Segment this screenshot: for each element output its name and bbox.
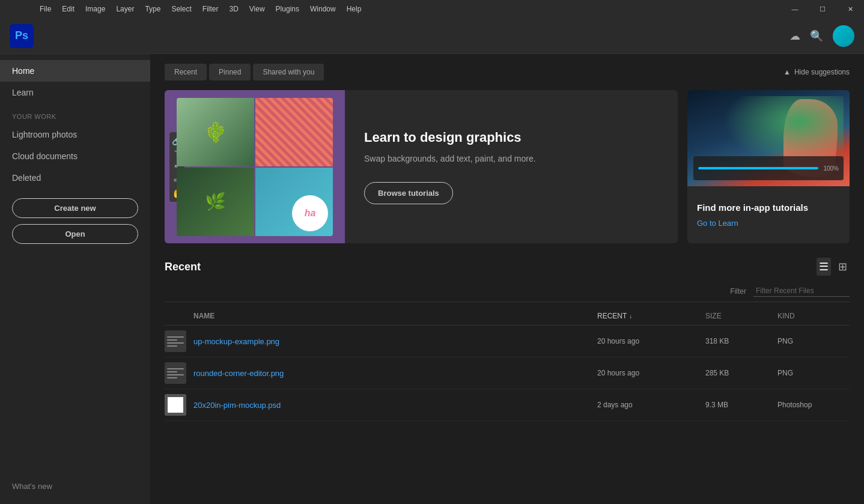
minimize-button[interactable]: — bbox=[781, 0, 809, 18]
tutorials-card-body: Find more in-app tutorials Go to Learn bbox=[687, 186, 850, 243]
table-row[interactable]: rounded-corner-editor.png 20 hours ago 2… bbox=[165, 357, 850, 389]
menu-filter[interactable]: Filter bbox=[198, 4, 224, 14]
sidebar-bottom: What's new bbox=[0, 469, 150, 504]
thumb-line bbox=[167, 342, 184, 344]
tutorial-description: Swap backgrounds, add text, paint, and m… bbox=[364, 153, 659, 165]
file-thumbnail-3 bbox=[165, 394, 186, 416]
thumb-line bbox=[167, 371, 177, 372]
table-row[interactable]: 20x20in-pim-mockup.psd 2 days ago 9.3 MB… bbox=[165, 389, 850, 421]
tutorial-card: 🔗 T ↖ ✏ ✋ 🌵 🌿 bbox=[165, 90, 678, 243]
menu-file[interactable]: File bbox=[35, 4, 56, 14]
table-header: NAME RECENT ↓ SIZE KIND bbox=[165, 307, 850, 326]
sort-arrow-icon: ↓ bbox=[629, 313, 632, 320]
create-new-button[interactable]: Create new bbox=[12, 198, 138, 218]
thumb-line bbox=[167, 336, 184, 338]
collage-cell-4: ha bbox=[255, 168, 333, 236]
thumb-lines-1 bbox=[165, 334, 186, 349]
sidebar-item-home[interactable]: Home bbox=[0, 60, 150, 82]
thumb-line bbox=[167, 339, 177, 341]
file-size-3: 9.3 MB bbox=[705, 401, 777, 409]
grid-view-toggle[interactable]: ⊞ bbox=[836, 258, 850, 276]
filter-label: Filter bbox=[730, 287, 746, 296]
filter-input[interactable] bbox=[753, 285, 850, 297]
menu-layer[interactable]: Layer bbox=[111, 4, 139, 14]
menu-3d[interactable]: 3D bbox=[224, 4, 243, 14]
sidebar-item-lightroom[interactable]: Lightroom photos bbox=[0, 124, 150, 145]
file-size-1: 318 KB bbox=[705, 337, 777, 345]
file-recent-3: 2 days ago bbox=[597, 401, 705, 409]
cloud-icon[interactable]: ☁ bbox=[789, 29, 800, 43]
hide-suggestions-button[interactable]: ▲ Hide suggestions bbox=[783, 68, 850, 76]
browse-tutorials-button[interactable]: Browse tutorials bbox=[364, 182, 453, 204]
suggestion-cards: 🔗 T ↖ ✏ ✋ 🌵 🌿 bbox=[165, 90, 850, 243]
tutorial-preview-image: 🌵 🌿 ha bbox=[177, 98, 333, 236]
col-header-kind: KIND bbox=[777, 312, 850, 320]
col-header-size: SIZE bbox=[705, 312, 777, 320]
window-controls: — ☐ ✕ bbox=[781, 0, 864, 18]
recent-section: Recent ☰ ⊞ Filter NAME RECENT ↓ bbox=[165, 258, 850, 421]
table-row[interactable]: up-mockup-example.png 20 hours ago 318 K… bbox=[165, 326, 850, 357]
tutorials-overlay: 100% bbox=[693, 156, 844, 180]
collage-cell-3: 🌿 bbox=[177, 168, 254, 236]
titlebar: File Edit Image Layer Type Select Filter… bbox=[0, 0, 864, 18]
collage-cell-1: 🌵 bbox=[177, 98, 254, 166]
menu-window[interactable]: Window bbox=[305, 4, 341, 14]
thumb-white-3 bbox=[168, 397, 183, 412]
menu-edit[interactable]: Edit bbox=[57, 4, 79, 14]
tab-recent[interactable]: Recent bbox=[165, 64, 207, 80]
header-right: ☁ 🔍 bbox=[789, 25, 854, 47]
file-size-2: 285 KB bbox=[705, 369, 777, 377]
recent-controls: ☰ ⊞ bbox=[817, 258, 850, 276]
menu-bar: File Edit Image Layer Type Select Filter… bbox=[35, 4, 366, 14]
sidebar: Home Learn YOUR WORK Lightroom photos Cl… bbox=[0, 54, 150, 504]
tutorial-info: Learn to design graphics Swap background… bbox=[345, 90, 678, 243]
menu-type[interactable]: Type bbox=[140, 4, 165, 14]
file-kind-2: PNG bbox=[777, 369, 850, 377]
file-name-3[interactable]: 20x20in-pim-mockup.psd bbox=[193, 401, 597, 410]
thumb-line bbox=[167, 345, 177, 347]
sidebar-item-learn[interactable]: Learn bbox=[0, 82, 150, 103]
progress-bar bbox=[698, 167, 818, 169]
sidebar-item-cloud-documents[interactable]: Cloud documents bbox=[0, 145, 150, 167]
avatar[interactable] bbox=[833, 25, 854, 47]
menu-select[interactable]: Select bbox=[166, 4, 196, 14]
file-recent-1: 20 hours ago bbox=[597, 337, 705, 345]
col-header-name: NAME bbox=[193, 312, 597, 320]
collage-cell-2 bbox=[255, 98, 333, 166]
app-logo: Ps bbox=[10, 24, 34, 48]
tutorials-card-title: Find more in-app tutorials bbox=[697, 202, 840, 213]
menu-plugins[interactable]: Plugins bbox=[271, 4, 304, 14]
maximize-button[interactable]: ☐ bbox=[809, 0, 836, 18]
ha-circle: ha bbox=[292, 195, 328, 231]
file-thumbnail-2 bbox=[165, 362, 186, 384]
tab-pinned[interactable]: Pinned bbox=[209, 64, 251, 80]
menu-view[interactable]: View bbox=[245, 4, 270, 14]
tutorial-preview: 🔗 T ↖ ✏ ✋ 🌵 🌿 bbox=[165, 90, 345, 243]
whats-new-link[interactable]: What's new bbox=[12, 478, 138, 494]
menu-image[interactable]: Image bbox=[81, 4, 110, 14]
list-view-toggle[interactable]: ☰ bbox=[817, 258, 831, 276]
tab-shared[interactable]: Shared with you bbox=[253, 64, 324, 80]
col-header-recent[interactable]: RECENT ↓ bbox=[597, 312, 705, 320]
recent-title: Recent bbox=[165, 261, 201, 273]
open-button[interactable]: Open bbox=[12, 224, 138, 244]
search-icon[interactable]: 🔍 bbox=[810, 29, 823, 43]
file-name-1[interactable]: up-mockup-example.png bbox=[193, 337, 597, 346]
file-recent-2: 20 hours ago bbox=[597, 369, 705, 377]
go-to-learn-link[interactable]: Go to Learn bbox=[697, 219, 840, 228]
col-header-thumb bbox=[165, 312, 193, 320]
sidebar-item-deleted[interactable]: Deleted bbox=[0, 167, 150, 189]
tutorial-title: Learn to design graphics bbox=[364, 130, 659, 145]
app-header: Ps ☁ 🔍 bbox=[0, 18, 864, 54]
main-content: Recent Pinned Shared with you ▲ Hide sug… bbox=[150, 54, 864, 504]
close-button[interactable]: ✕ bbox=[836, 0, 864, 18]
file-name-2[interactable]: rounded-corner-editor.png bbox=[193, 369, 597, 378]
file-kind-1: PNG bbox=[777, 337, 850, 345]
app-body: Home Learn YOUR WORK Lightroom photos Cl… bbox=[0, 54, 864, 504]
file-thumbnail-1 bbox=[165, 330, 186, 352]
chevron-up-icon: ▲ bbox=[783, 68, 791, 76]
filter-bar: Filter bbox=[165, 285, 850, 302]
menu-help[interactable]: Help bbox=[342, 4, 367, 14]
sidebar-section-your-work: YOUR WORK bbox=[0, 103, 150, 124]
file-kind-3: Photoshop bbox=[777, 401, 850, 409]
